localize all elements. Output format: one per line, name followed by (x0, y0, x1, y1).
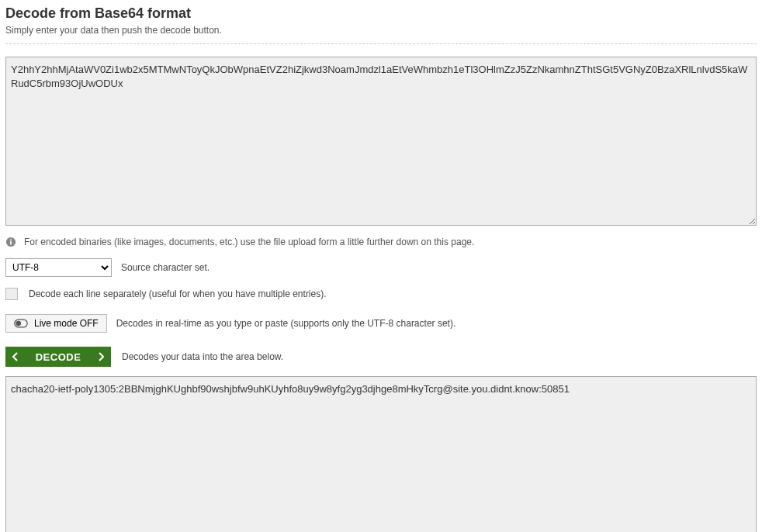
info-text: For encoded binaries (like images, docum… (24, 237, 474, 247)
line-separate-label: Decode each line separately (useful for … (29, 288, 327, 299)
divider (5, 43, 757, 44)
line-separate-checkbox[interactable] (5, 288, 18, 300)
svg-rect-2 (10, 240, 12, 241)
live-mode-row: Live mode OFF Decodes in real-time as yo… (5, 314, 757, 333)
live-mode-label: Live mode OFF (34, 318, 99, 329)
charset-label: Source character set. (121, 262, 210, 273)
svg-rect-1 (10, 241, 12, 244)
live-mode-toggle[interactable]: Live mode OFF (5, 314, 107, 333)
output-textarea[interactable] (5, 376, 757, 532)
decode-button[interactable]: DECODE (5, 347, 111, 367)
line-separate-row: Decode each line separately (useful for … (5, 288, 757, 300)
charset-select[interactable]: UTF-8 (5, 258, 112, 277)
page-title: Decode from Base64 format (5, 5, 757, 22)
decode-button-label: DECODE (26, 351, 91, 363)
toggle-off-icon (14, 318, 28, 329)
input-textarea[interactable] (5, 57, 757, 226)
charset-row: UTF-8 Source character set. (5, 258, 757, 277)
info-row: For encoded binaries (like images, docum… (5, 237, 757, 247)
decode-row: DECODE Decodes your data into the area b… (5, 347, 757, 367)
info-icon (5, 237, 16, 247)
svg-point-4 (16, 321, 21, 326)
decode-description: Decodes your data into the area below. (122, 351, 283, 362)
chevron-left-icon (5, 347, 26, 367)
live-mode-description: Decodes in real-time as you type or past… (116, 318, 456, 329)
page-subtitle: Simply enter your data then push the dec… (5, 25, 757, 36)
chevron-right-icon (91, 347, 111, 367)
